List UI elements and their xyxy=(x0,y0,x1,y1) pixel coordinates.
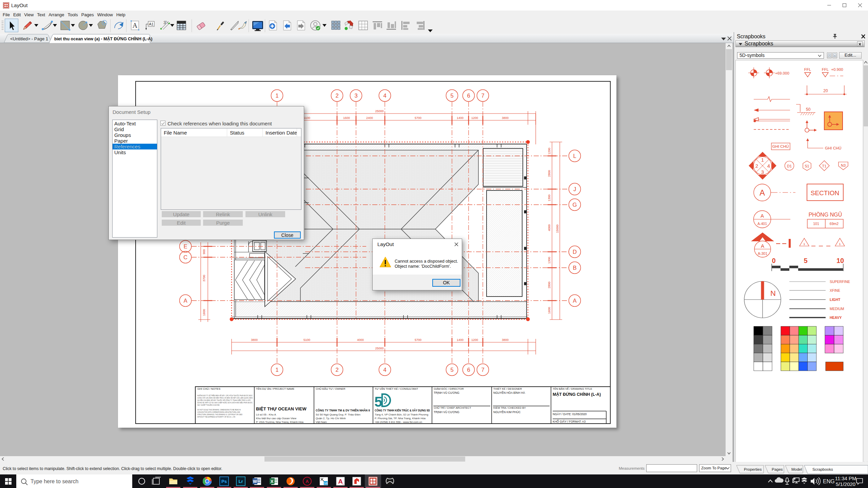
svg-text:10: 10 xyxy=(836,257,844,264)
svg-text:B: B xyxy=(573,265,576,271)
svg-text:P. Vĩnh Trường, Nha Trang, Khá: P. Vĩnh Trường, Nha Trang, Khánh Hòa xyxy=(256,421,304,424)
svg-text:T1: T1 xyxy=(822,164,827,168)
svg-text:FFL: FFL xyxy=(804,67,811,72)
svg-text:HEAVY: HEAVY xyxy=(830,316,842,320)
svg-text:biet thu ocean view (a) - MẶT: biet thu ocean view (a) - MẶT ĐỨNG CHÍNH… xyxy=(54,36,153,41)
svg-text:CÙNG VỚI CÁC BẢN VẼ KIẾN TRÚC: CÙNG VỚI CÁC BẢN VẼ KIẾN TRÚC VÀ BẢN VẼ … xyxy=(197,396,253,399)
svg-text:TÊN BẢN VẼ / DRAWING TITLE: TÊN BẢN VẼ / DRAWING TITLE xyxy=(553,387,592,390)
svg-text:5100: 5100 xyxy=(303,116,310,120)
svg-text:3: 3 xyxy=(354,93,357,99)
svg-text:4: 4 xyxy=(383,367,386,373)
svg-text:1200: 1200 xyxy=(471,116,478,120)
svg-text:Tầng 4, VP Chánh Bốn, 02 Lê Th: Tầng 4, VP Chánh Bốn, 02 Lê Thành Phương xyxy=(375,413,428,416)
svg-text:Số 50 Ngô Quang Duy, P. Thảo Đ: Số 50 Ngô Quang Duy, P. Thảo Điền xyxy=(316,413,360,416)
svg-text:Ps: Ps xyxy=(221,479,227,484)
svg-text:A-301: A-301 xyxy=(758,251,767,256)
svg-text:7: 7 xyxy=(481,367,484,373)
svg-text:4: 4 xyxy=(383,93,386,99)
svg-text:NGUYỄN HÒA BÌNH HÀ: NGUYỄN HÒA BÌNH HÀ xyxy=(493,391,525,394)
svg-text:Khu biệt thự cao cấp Ocean Vie: Khu biệt thự cao cấp Ocean View xyxy=(256,417,296,420)
svg-text:Lô số 05 - Khu A: Lô số 05 - Khu A xyxy=(256,413,276,416)
svg-text:3700: 3700 xyxy=(202,275,206,282)
svg-text:GHI CHÚ: GHI CHÚ xyxy=(772,144,789,148)
svg-text:Type here to search: Type here to search xyxy=(31,479,78,484)
svg-text:1400: 1400 xyxy=(457,338,463,342)
svg-text:0: 0 xyxy=(772,257,775,264)
svg-text:5: 5 xyxy=(804,257,807,264)
svg-text:KHÔNG ĐO TỶ LỆ TRÊN BẢN VẼ NÀY: KHÔNG ĐO TỶ LỆ TRÊN BẢN VẼ NÀY. CÁC KÍCH… xyxy=(197,394,253,396)
svg-text:₄: ₄ xyxy=(342,482,343,485)
svg-text:<Untitled> - Page 1: <Untitled> - Page 1 xyxy=(10,36,48,41)
svg-text:1200: 1200 xyxy=(548,148,551,155)
svg-text:2: 2 xyxy=(335,367,338,373)
svg-text:1300: 1300 xyxy=(548,195,551,201)
svg-text:5: 5 xyxy=(450,93,453,99)
svg-text:A: A xyxy=(305,479,309,484)
svg-text:1: 1 xyxy=(275,367,278,373)
svg-text:CHỦ TRÌ / CHIEF ARCHITECT: CHỦ TRÌ / CHIEF ARCHITECT xyxy=(434,406,471,409)
svg-text:50: 50 xyxy=(806,107,811,112)
svg-text:1200: 1200 xyxy=(471,338,478,342)
svg-text:A: A xyxy=(761,243,764,249)
svg-text:1600: 1600 xyxy=(548,307,551,314)
svg-text:THIẾT KẾ / DESIGNER: THIẾT KẾ / DESIGNER xyxy=(493,387,522,390)
svg-text:PHÒNG NGỦ: PHÒNG NGỦ xyxy=(809,211,842,218)
svg-text:SECTION: SECTION xyxy=(811,189,839,197)
svg-text:1: 1 xyxy=(839,242,841,246)
svg-text:5/1/2020: 5/1/2020 xyxy=(836,481,855,487)
svg-text:A-401: A-401 xyxy=(757,222,767,226)
svg-text:A: A xyxy=(573,298,576,304)
svg-text:XFINE: XFINE xyxy=(830,288,840,292)
svg-text:6: 6 xyxy=(467,93,470,99)
svg-text:CONJUNCTION WITH CORRESPONDING: CONJUNCTION WITH CORRESPONDING ARCHITECT… xyxy=(197,411,240,413)
svg-text:X: X xyxy=(271,479,274,484)
svg-text:5700: 5700 xyxy=(415,338,421,342)
svg-text:SỰ CHẤP THUẬN CỦA 5D.: SỰ CHẤP THUẬN CỦA 5D. xyxy=(197,404,220,406)
svg-text:2800: 2800 xyxy=(548,170,551,177)
svg-text:G: G xyxy=(573,202,577,208)
svg-text:5: 5 xyxy=(450,367,453,373)
svg-text:1600: 1600 xyxy=(202,309,206,316)
svg-text:NGÀY / DATE: 01/05/2020: NGÀY / DATE: 01/05/2020 xyxy=(553,412,587,416)
svg-text:4: 4 xyxy=(767,163,770,169)
svg-text:5700: 5700 xyxy=(415,116,421,120)
svg-text:900: 900 xyxy=(202,249,206,254)
svg-text:A1: A1 xyxy=(149,22,153,26)
svg-text:6: 6 xyxy=(467,367,470,373)
svg-text:D: D xyxy=(573,249,577,255)
svg-text:MEDIUM: MEDIUM xyxy=(830,307,844,311)
svg-text:J: J xyxy=(573,186,576,192)
svg-text:MẶT ĐỨNG CHÍNH (L-A): MẶT ĐỨNG CHÍNH (L-A) xyxy=(553,392,601,397)
svg-text:1600: 1600 xyxy=(343,116,350,120)
svg-text:TRỊNH VŨ CƯƠNG: TRỊNH VŨ CƯƠNG xyxy=(434,391,459,394)
svg-text:BIỆT THỰ OCEAN VIEW: BIỆT THỰ OCEAN VIEW xyxy=(256,406,307,411)
svg-text:GHI CHÚ / NOTES: GHI CHÚ / NOTES xyxy=(197,387,220,390)
svg-text:KIỂM TRA / CHECKED BY: KIỂM TRA / CHECKED BY xyxy=(493,406,526,409)
svg-text:ENG: ENG xyxy=(823,479,835,484)
svg-text:25000: 25000 xyxy=(375,347,383,350)
svg-text:Model: Model xyxy=(791,467,802,471)
svg-text:Pages: Pages xyxy=(772,467,783,471)
svg-text:Lr: Lr xyxy=(239,479,243,484)
svg-text:1: 1 xyxy=(761,157,764,163)
svg-text:5: 5 xyxy=(374,394,382,410)
svg-text:S1: S1 xyxy=(805,164,809,168)
svg-text:7: 7 xyxy=(481,93,484,99)
svg-text:2: 2 xyxy=(335,93,338,99)
svg-text:1300: 1300 xyxy=(548,257,551,264)
svg-text:FFL: FFL xyxy=(822,67,829,72)
svg-text:101: 101 xyxy=(813,222,819,226)
svg-text:KHỔ GIẤY / FORMAT: A3: KHỔ GIẤY / FORMAT: A3 xyxy=(553,420,586,423)
svg-text:1400: 1400 xyxy=(457,116,463,120)
svg-text:15000: 15000 xyxy=(556,224,559,233)
svg-text:TRỊNH VŨ CƯƠNG: TRỊNH VŨ CƯƠNG xyxy=(434,410,459,414)
svg-text:CÔNG TY TNHH TM & DV THIÊN NHÂ: CÔNG TY TNHH TM & DV THIÊN NHÂN II xyxy=(316,408,370,412)
svg-text:LIGHT: LIGHT xyxy=(830,298,841,302)
svg-text:4000: 4000 xyxy=(357,338,364,342)
svg-text:DỰNG 5D. BẤT CỨ SỰ SAO CHÉP HO: DỰNG 5D. BẤT CỨ SỰ SAO CHÉP HOẶC SỬA CHỮ… xyxy=(197,402,253,404)
svg-text:3800: 3800 xyxy=(251,338,258,342)
svg-text:4000: 4000 xyxy=(548,224,551,231)
svg-text:10: 10 xyxy=(324,482,327,485)
svg-text:+0.900: +0.900 xyxy=(831,67,843,72)
svg-text:5100: 5100 xyxy=(303,338,310,342)
